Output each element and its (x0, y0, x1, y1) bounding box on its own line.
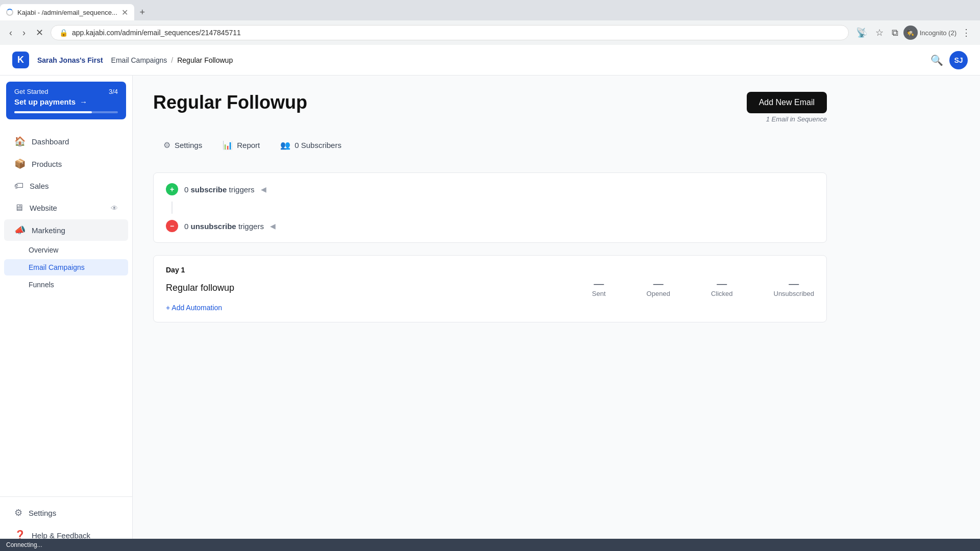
sales-icon: 🏷 (14, 181, 23, 191)
add-new-email-button[interactable]: Add New Email (747, 92, 827, 113)
get-started-progress: 3/4 (109, 88, 118, 95)
progress-bar (14, 111, 118, 113)
lock-icon: 🔒 (59, 29, 68, 37)
subscribe-trigger-row: + 0 subscribe triggers ◀ (166, 183, 814, 195)
logo-icon: K (17, 55, 24, 65)
breadcrumb: Email Campaigns / Regular Followup (111, 56, 233, 64)
stat-clicked-label: Clicked (711, 290, 733, 297)
products-icon: 📦 (14, 158, 26, 169)
tab-close-icon[interactable]: ✕ (121, 8, 128, 17)
tab-spinner (6, 9, 13, 16)
stat-unsubscribed-label: Unsubscribed (774, 290, 815, 297)
unsubscribe-trigger-arrow[interactable]: ◀ (270, 222, 276, 230)
email-row: Regular followup — Sent — Opened (166, 278, 814, 297)
main-nav: 🏠 Dashboard 📦 Products 🏷 Sales 🖥 Website… (0, 126, 132, 298)
incognito-profile[interactable]: 🕵 (903, 26, 918, 40)
website-icon: 🖥 (14, 203, 23, 213)
email-card: Day 1 Regular followup — Sent — (153, 255, 827, 322)
email-name[interactable]: Regular followup (166, 283, 234, 293)
sidebar-item-settings[interactable]: ⚙ Settings (4, 502, 128, 523)
tab-title: Kajabi - /admin/email_sequence... (17, 9, 117, 16)
stat-sent-label: Sent (592, 290, 606, 297)
back-button[interactable]: ‹ (6, 26, 15, 40)
search-button[interactable]: 🔍 (930, 54, 943, 66)
overview-label: Overview (29, 246, 58, 254)
tab-report[interactable]: 📊 Report (212, 135, 270, 156)
breadcrumb-current: Regular Followup (177, 56, 233, 64)
browser-tab[interactable]: Kajabi - /admin/email_sequence... ✕ (0, 4, 134, 20)
add-automation-button[interactable]: + Add Automation (166, 304, 222, 312)
settings-tab-label: Settings (175, 141, 202, 149)
get-started-title: Set up payments → (14, 97, 118, 106)
subscribe-add-icon: + (166, 183, 178, 195)
get-started-card[interactable]: Get Started 3/4 Set up payments → (6, 82, 126, 119)
unsubscribe-trigger-row: − 0 unsubscribe triggers ◀ (166, 220, 814, 232)
stat-opened-label: Opened (647, 290, 670, 297)
sidebar-item-label: Marketing (32, 226, 118, 235)
stat-sent-value: — (592, 278, 606, 290)
sidebar-item-products[interactable]: 📦 Products (4, 153, 128, 174)
page-title: Regular Followup (153, 92, 307, 113)
sidebar-item-label: Sales (30, 182, 118, 190)
menu-button[interactable]: ⋮ (959, 25, 974, 40)
sidebar-item-website[interactable]: 🖥 Website 👁 (4, 197, 128, 218)
breadcrumb-separator: / (171, 56, 173, 64)
subscribe-trigger-text: 0 subscribe triggers (184, 185, 255, 194)
sidebar-item-label: Help & Feedback (32, 531, 118, 540)
unsubscribe-trigger-text: 0 unsubscribe triggers (184, 222, 264, 231)
sidebar-item-marketing[interactable]: 📣 Marketing (4, 219, 128, 241)
incognito-icon: 🕵 (906, 29, 914, 36)
stat-opened: — Opened (647, 278, 670, 297)
funnels-label: Funnels (29, 281, 54, 289)
profile-manager-button[interactable]: ⧉ (889, 26, 901, 40)
incognito-label: Incognito (2) (920, 29, 957, 37)
sequence-info: 1 Email in Sequence (747, 115, 827, 123)
unsubscribe-remove-icon: − (166, 220, 178, 232)
trigger-divider (172, 202, 173, 214)
sidebar-item-label: Products (32, 160, 118, 168)
tab-subscribers[interactable]: 👥 0 Subscribers (270, 135, 352, 156)
marketing-icon: 📣 (14, 224, 26, 236)
sidebar-item-dashboard[interactable]: 🏠 Dashboard (4, 131, 128, 152)
new-tab-button[interactable]: + (134, 4, 151, 20)
forward-button[interactable]: › (19, 26, 29, 40)
stat-unsubscribed: — Unsubscribed (774, 278, 815, 297)
get-started-label: Get Started (14, 88, 48, 95)
subscribers-tab-icon: 👥 (280, 140, 290, 150)
stat-sent: — Sent (592, 278, 606, 297)
page-header: Regular Followup Add New Email 1 Email i… (153, 92, 827, 123)
subscribe-trigger-arrow[interactable]: ◀ (261, 185, 266, 193)
logo-button[interactable]: K (12, 52, 29, 68)
sidebar-item-sales[interactable]: 🏷 Sales (4, 176, 128, 196)
status-text: Connecting... (6, 541, 42, 548)
progress-fill (14, 111, 92, 113)
address-bar[interactable]: 🔒 (51, 25, 849, 40)
sidebar-sub-item-overview[interactable]: Overview (4, 242, 128, 258)
settings-icon: ⚙ (14, 507, 22, 518)
day-label: Day 1 (166, 266, 814, 274)
sidebar-sub-item-email-campaigns[interactable]: Email Campaigns (4, 259, 128, 276)
main-content: Regular Followup Add New Email 1 Email i… (133, 76, 980, 551)
sidebar-item-label: Settings (29, 509, 118, 517)
page-tabs: ⚙ Settings 📊 Report 👥 0 Subscribers (153, 135, 827, 156)
cast-button[interactable]: 📡 (853, 25, 870, 40)
breadcrumb-parent[interactable]: Email Campaigns (111, 56, 167, 64)
stat-unsubscribed-value: — (774, 278, 815, 290)
report-tab-label: Report (237, 141, 260, 149)
stat-clicked-value: — (711, 278, 733, 290)
sidebar-item-label: Website (30, 204, 105, 212)
sidebar-item-label: Dashboard (32, 137, 118, 146)
bookmark-button[interactable]: ☆ (872, 25, 887, 40)
status-bar: Connecting... (0, 539, 980, 551)
settings-tab-icon: ⚙ (163, 140, 170, 150)
avatar[interactable]: SJ (949, 51, 968, 69)
url-input[interactable] (72, 29, 840, 37)
tab-settings[interactable]: ⚙ Settings (153, 135, 212, 156)
email-campaigns-label: Email Campaigns (29, 263, 85, 271)
brand-name: Sarah Jonas's First (37, 56, 103, 64)
reload-button[interactable]: ✕ (33, 25, 46, 40)
sidebar: Get Started 3/4 Set up payments → 🏠 Dash… (0, 76, 133, 551)
stat-opened-value: — (647, 278, 670, 290)
subscribers-tab-label: 0 Subscribers (295, 141, 341, 149)
sidebar-sub-item-funnels[interactable]: Funnels (4, 277, 128, 293)
